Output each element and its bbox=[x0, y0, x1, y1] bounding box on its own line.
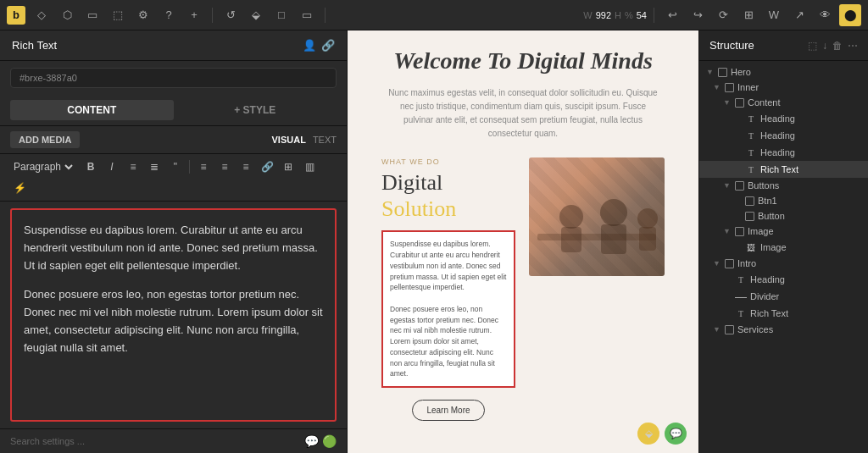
tree-item-heading-3[interactable]: T Heading bbox=[699, 144, 868, 161]
help-icon[interactable]: ? bbox=[158, 4, 180, 26]
user-circle-icon[interactable]: 🟢 bbox=[322, 434, 337, 448]
tree-item-content[interactable]: ▼ Content bbox=[699, 95, 868, 110]
download-icon[interactable]: ↓ bbox=[822, 40, 827, 52]
t-icon-intro-rich-text: T bbox=[735, 307, 747, 319]
text-editor[interactable]: Suspendisse eu dapibus lorem. Curabitur … bbox=[10, 208, 337, 422]
save-icon[interactable]: ⬤ bbox=[839, 4, 861, 26]
tree-item-image[interactable]: 🖼 Image bbox=[699, 239, 868, 256]
folder-icon[interactable]: ⬚ bbox=[107, 4, 129, 26]
tree-item-hero[interactable]: ▼ Hero bbox=[699, 64, 868, 80]
tree-item-buttons[interactable]: ▼ Buttons bbox=[699, 178, 868, 193]
shield-icon[interactable]: ⬡ bbox=[56, 4, 78, 26]
style-tab[interactable]: + STYLE bbox=[174, 100, 337, 120]
align-left-button[interactable]: ≡ bbox=[194, 157, 213, 176]
chevron-inner: ▼ bbox=[713, 83, 721, 91]
page-icon[interactable]: ▭ bbox=[81, 4, 103, 26]
chevron-services: ▼ bbox=[713, 325, 721, 334]
more-icon[interactable]: ⋯ bbox=[848, 40, 858, 52]
tree-item-intro-rich-text[interactable]: T Rich Text bbox=[699, 305, 868, 322]
tree-label-image: Image bbox=[760, 242, 787, 252]
tree-item-services[interactable]: ▼ Services bbox=[699, 322, 868, 337]
canvas-chat-icon-green[interactable]: 💬 bbox=[665, 423, 687, 445]
element-id: #brxe-3887a0 bbox=[10, 68, 337, 88]
canvas-chat-icon-yellow[interactable]: ⬙ bbox=[637, 423, 659, 445]
table-button[interactable]: ⊞ bbox=[279, 157, 298, 176]
blockquote-button[interactable]: " bbox=[166, 157, 185, 176]
columns-button[interactable]: ▥ bbox=[300, 157, 319, 176]
tree-item-image-group[interactable]: ▼ Image bbox=[699, 224, 868, 239]
undo-icon[interactable]: ↩ bbox=[661, 4, 683, 26]
plugin-icon[interactable]: W bbox=[763, 4, 785, 26]
svg-rect-7 bbox=[639, 227, 656, 251]
learn-more-button[interactable]: Learn More bbox=[412, 400, 484, 421]
left-panel: Rich Text 👤 🔗 #brxe-3887a0 CONTENT + STY… bbox=[0, 30, 348, 453]
history-icon[interactable]: ⟳ bbox=[712, 4, 734, 26]
cursor-icon[interactable]: ◇ bbox=[31, 4, 53, 26]
visual-tab[interactable]: VISUAL bbox=[272, 135, 306, 145]
svg-rect-3 bbox=[561, 227, 581, 252]
office-illustration bbox=[529, 157, 665, 276]
tree-label-content: Content bbox=[748, 97, 781, 108]
tree-item-heading-2[interactable]: T Heading bbox=[699, 127, 868, 144]
text-column: WHAT WE DO DigitalSolution Suspendisse e… bbox=[381, 157, 515, 421]
office-image bbox=[529, 157, 665, 276]
person-icon[interactable]: 👤 bbox=[303, 39, 316, 52]
chevron-hero: ▼ bbox=[706, 68, 715, 76]
right-panel: Structure ⬚ ↓ 🗑 ⋯ ▼ Hero ▼ Inner bbox=[698, 30, 868, 453]
lightning-button[interactable]: ⚡ bbox=[10, 179, 29, 197]
canvas-para-1: Suspendisse eu dapibus lorem. Curabitur … bbox=[390, 239, 507, 293]
paragraph-2[interactable]: Donec posuere eros leo, non egestas tort… bbox=[24, 286, 323, 356]
paragraph-select[interactable]: Paragraph Heading 1 Heading 2 bbox=[10, 160, 75, 174]
content-tab[interactable]: CONTENT bbox=[10, 100, 174, 120]
text-tab[interactable]: TEXT bbox=[313, 135, 337, 145]
tree-item-intro-heading[interactable]: T Heading bbox=[699, 271, 868, 288]
delete-icon[interactable]: 🗑 bbox=[832, 40, 843, 52]
tree-item-inner[interactable]: ▼ Inner bbox=[699, 80, 868, 95]
external-icon[interactable]: ↗ bbox=[788, 4, 810, 26]
image-column bbox=[529, 157, 665, 276]
layers-icon[interactable]: ⊞ bbox=[737, 4, 760, 26]
link-icon[interactable]: 🔗 bbox=[321, 39, 335, 52]
italic-button[interactable]: I bbox=[103, 157, 121, 176]
tree-label-inner: Inner bbox=[737, 82, 759, 92]
tree-item-btn1[interactable]: Btn1 bbox=[699, 193, 868, 208]
box-icon-inner bbox=[725, 83, 734, 92]
align-right-button[interactable]: ≡ bbox=[236, 157, 255, 176]
t-icon-rich-text: T bbox=[745, 163, 757, 175]
canvas-inner: Welcome To Digital Minds Nunc maximus eg… bbox=[348, 30, 698, 453]
copy-icon[interactable]: ⬚ bbox=[808, 40, 817, 52]
align-center-button[interactable]: ≡ bbox=[215, 157, 234, 176]
t-icon-heading-2: T bbox=[745, 130, 757, 141]
tree-label-divider: Divider bbox=[750, 291, 779, 301]
tree-label-buttons: Buttons bbox=[748, 180, 779, 191]
tree-item-intro[interactable]: ▼ Intro bbox=[699, 256, 868, 271]
shape-icon[interactable]: □ bbox=[270, 4, 292, 26]
tree-label-intro-heading: Heading bbox=[750, 274, 785, 285]
redo-icon[interactable]: ↪ bbox=[687, 4, 709, 26]
structure-title: Structure bbox=[709, 39, 754, 52]
ul-button[interactable]: ≡ bbox=[124, 157, 142, 176]
tree-item-button[interactable]: Button bbox=[699, 208, 868, 224]
link-format-button[interactable]: 🔗 bbox=[258, 157, 276, 176]
add-media-button[interactable]: ADD MEDIA bbox=[10, 131, 80, 148]
paragraph-1[interactable]: Suspendisse eu dapibus lorem. Curabitur … bbox=[24, 222, 323, 274]
tree-item-divider[interactable]: — Divider bbox=[699, 288, 868, 305]
element-icon[interactable]: ⬙ bbox=[245, 4, 267, 26]
settings-icon[interactable]: ⚙ bbox=[132, 4, 154, 26]
what-we-do-label: WHAT WE DO bbox=[381, 157, 515, 166]
mobile-icon[interactable]: ▭ bbox=[296, 4, 318, 26]
ol-button[interactable]: ≣ bbox=[145, 157, 164, 176]
refresh-icon[interactable]: ↺ bbox=[220, 4, 242, 26]
tree-item-heading-1[interactable]: T Heading bbox=[699, 110, 868, 127]
two-column-section: WHAT WE DO DigitalSolution Suspendisse e… bbox=[381, 157, 665, 421]
t-icon-intro-heading: T bbox=[735, 273, 747, 285]
dash-icon-divider: — bbox=[735, 290, 747, 302]
add-icon[interactable]: + bbox=[183, 4, 205, 26]
tree-label-heading-1: Heading bbox=[760, 113, 795, 124]
preview-icon[interactable]: 👁 bbox=[814, 4, 836, 26]
chat-icon[interactable]: 💬 bbox=[304, 434, 319, 448]
toolbar-separator-2 bbox=[325, 8, 326, 23]
tree-item-rich-text[interactable]: T Rich Text bbox=[699, 161, 868, 178]
bold-button[interactable]: B bbox=[81, 157, 100, 176]
svg-point-6 bbox=[637, 208, 658, 229]
